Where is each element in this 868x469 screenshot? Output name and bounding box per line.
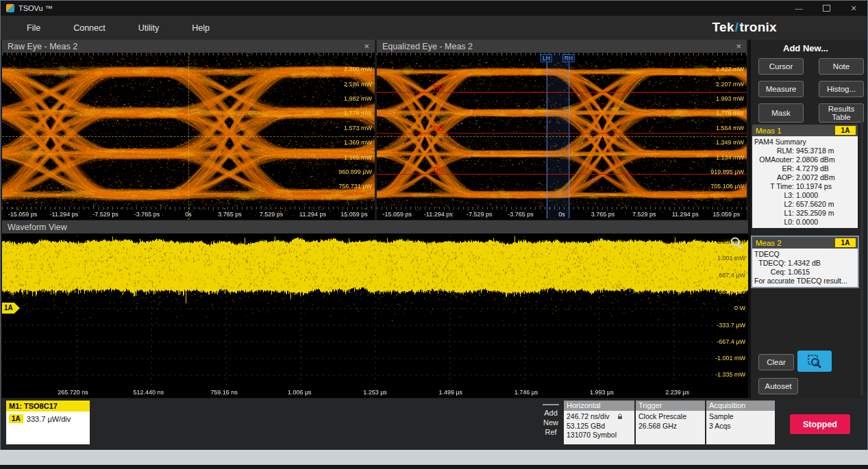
add-new-button[interactable]: Cursor [758, 58, 804, 75]
minimize-button[interactable]: — [785, 1, 813, 16]
menu-item[interactable]: File [10, 23, 57, 33]
measurement-row: T Time:10.1974 ps [754, 182, 856, 191]
trigger-body: Clock Prescale 26.568 GHz [636, 411, 705, 432]
waveform-canvas[interactable] [2, 233, 748, 398]
meas2-header: Meas 2 1A [752, 237, 858, 249]
row-value: 0.0000 [796, 218, 818, 227]
row-label: L3: [754, 191, 794, 200]
waveform-header[interactable]: Waveform View [2, 220, 748, 233]
add-new-button[interactable]: Results Table [819, 103, 864, 123]
magnifier-icon[interactable] [729, 236, 744, 251]
tektronix-logo: Tek/tronix [712, 20, 777, 35]
row-value: 325.2509 m [796, 209, 834, 218]
horizontal-baud: 53.125 GBd [567, 422, 632, 431]
source-badge: 1A [835, 126, 856, 135]
waveform-panel: Waveform View 1A 265.720 ns512.440 ns759… [2, 220, 748, 398]
meas1-card[interactable]: Meas 1 1A PAM4 Summary RLM:945.3718 mOMA… [752, 125, 858, 228]
meas2-rows: TDECQ:1.4342 dBCeq:1.0615 [754, 259, 856, 277]
trigger-card[interactable]: Trigger Clock Prescale 26.568 GHz [636, 401, 705, 444]
add-new-buttons: CursorNoteMeasureHistog...MaskResults Ta… [758, 58, 864, 123]
measurement-row: L0:0.0000 [754, 218, 856, 227]
tick-ruler [377, 207, 747, 210]
zoom-select-icon [807, 354, 822, 369]
raw-eye-header[interactable]: Raw Eye - Meas 2 × [2, 40, 375, 53]
maximize-button[interactable] [813, 1, 840, 16]
row-value: 1.0000 [796, 191, 818, 200]
logo-slash: / [735, 20, 739, 34]
tick-ruler [377, 53, 747, 55]
add-new-button[interactable]: Histog... [819, 81, 864, 97]
menu-item[interactable]: Help [175, 23, 226, 33]
raw-eye-panel: Raw Eye - Meas 2 × -15.059 ps-11.294 ps-… [2, 40, 375, 220]
close-button[interactable]: ✕ [840, 1, 867, 16]
acquisition-body: Sample 3 Acqs [706, 411, 775, 432]
acquisition-count: 3 Acqs [709, 422, 772, 431]
menu: FileConnectUtilityHelp [1, 23, 226, 33]
measurement-row: L3:1.0000 [754, 191, 856, 200]
row-value: 10.1974 ps [796, 182, 832, 191]
row-value: 945.3718 m [796, 147, 834, 155]
menu-item[interactable]: Utility [122, 23, 176, 33]
horizontal-body: 246.72 ns/div 53.125 GBd 131070 Symbol [564, 411, 634, 442]
menubar: FileConnectUtilityHelp Tek/tronix [1, 16, 867, 40]
row-value: 657.5620 m [796, 200, 834, 209]
row-label: Ceq: [754, 268, 786, 277]
measurement-row: OMAouter:2.0806 dBm [754, 155, 856, 164]
source-title: M1: TSO8C17 [6, 401, 90, 411]
add-new-title: Add New... [751, 43, 860, 53]
window-title: TSOVu ™ [18, 4, 53, 12]
source-scale: 333.7 µW/div [27, 415, 71, 423]
row-label: OMAouter: [754, 155, 794, 164]
trigger-title: Trigger [636, 401, 705, 411]
logo-text-right: tronix [739, 20, 777, 34]
add-new-ref-button[interactable]: Add New Ref [539, 402, 562, 444]
close-icon[interactable]: × [364, 42, 369, 51]
row-label: L1: [754, 209, 794, 218]
maximize-icon [823, 5, 830, 12]
acquisition-title: Acquisition [706, 401, 775, 411]
add-new-ref-label: Add New Ref [541, 408, 561, 437]
lock-icon [617, 414, 623, 420]
meas-note: For accurate TDECQ result... [754, 277, 856, 286]
horizontal-card[interactable]: Horizontal 246.72 ns/div 53.125 GBd 1310… [564, 401, 634, 444]
source-card[interactable]: M1: TSO8C17 1A 333.7 µW/div [6, 401, 90, 444]
app-icon [6, 4, 14, 12]
menu-item[interactable]: Connect [57, 23, 122, 33]
row-label: ER: [754, 164, 794, 173]
horizontal-symbols: 131070 Symbol [567, 431, 632, 440]
zoom-select-button[interactable] [797, 351, 832, 372]
panel-title: Equalized Eye - Meas 2 [382, 42, 473, 51]
meas-heading: PAM4 Summary [754, 138, 856, 147]
meas-title: Meas 1 [756, 127, 782, 135]
add-new-button[interactable]: Measure [758, 81, 804, 97]
autoset-button[interactable]: Autoset [758, 378, 798, 394]
sidebar-scrollbar[interactable] [860, 122, 863, 396]
acquisition-card[interactable]: Acquisition Sample 3 Acqs [706, 401, 775, 444]
row-value: 1.4342 dB [788, 259, 821, 268]
titlebar: TSOVu ™ — ✕ [1, 1, 867, 16]
meas1-body: PAM4 Summary RLM:945.3718 mOMAouter:2.08… [752, 136, 858, 228]
row-value: 2.0806 dBm [796, 155, 835, 164]
add-new-button[interactable]: Mask [758, 103, 804, 123]
crosshair-horizontal [377, 136, 747, 137]
panel-title: Raw Eye - Meas 2 [8, 42, 77, 51]
source-badge: 1A [835, 238, 856, 247]
add-new-button[interactable]: Note [819, 58, 864, 75]
meas2-body: TDECQ TDECQ:1.4342 dBCeq:1.0615 For accu… [752, 249, 858, 287]
trigger-frequency: 26.568 GHz [638, 422, 702, 431]
measurement-row: Ceq:1.0615 [754, 268, 856, 277]
row-value: 2.0072 dBm [796, 173, 835, 182]
clear-button[interactable]: Clear [758, 354, 794, 370]
meas-heading: TDECQ [754, 250, 856, 259]
measurement-row: RLM:945.3718 m [754, 147, 856, 155]
row-label: TDECQ: [754, 259, 786, 268]
row-label: T Time: [754, 182, 794, 191]
window-controls: — ✕ [785, 1, 867, 16]
desktop-strip-dark [0, 465, 868, 469]
measurement-row: L1:325.2509 m [754, 209, 856, 218]
equalized-eye-panel: Equalized Eye - Meas 2 × Th3Th2Th1LHRH -… [377, 40, 747, 220]
close-icon[interactable]: × [736, 42, 741, 51]
meas2-card[interactable]: Meas 2 1A TDECQ TDECQ:1.4342 dBCeq:1.061… [752, 237, 858, 287]
equalized-eye-header[interactable]: Equalized Eye - Meas 2 × [377, 40, 747, 53]
stopped-button[interactable]: Stopped [790, 414, 850, 434]
